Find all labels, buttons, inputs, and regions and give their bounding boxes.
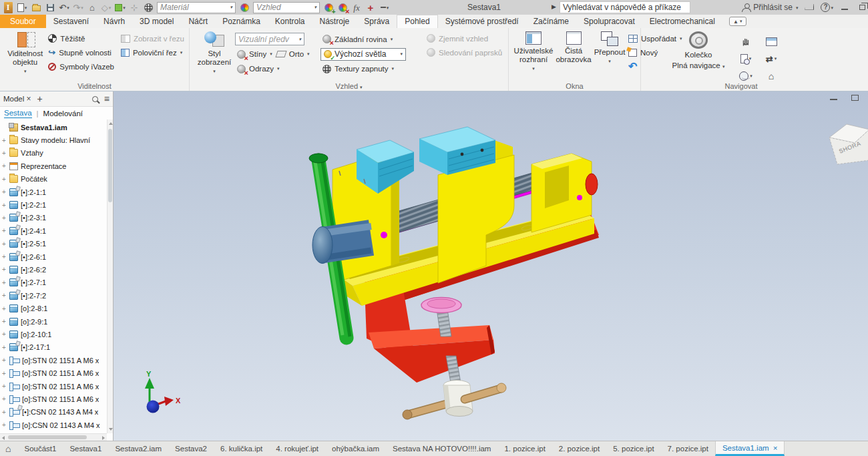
browser-horizontal-scrollbar[interactable]	[0, 433, 107, 441]
browser-vertical-scrollbar[interactable]	[107, 120, 113, 433]
tree-item[interactable]: +[o]:STN 02 1151 A M6 x	[2, 367, 113, 379]
expand-icon[interactable]: +	[2, 421, 9, 429]
tree-item[interactable]: +[o]:STN 02 1151 A M6 x	[2, 393, 113, 405]
expand-icon[interactable]: +	[2, 409, 9, 416]
orbit-button[interactable]: ▾	[739, 71, 752, 81]
close-icon[interactable]: ×	[773, 444, 778, 452]
tab-soubor[interactable]: Soubor	[0, 15, 46, 28]
tree-item[interactable]: +Vztahy	[2, 147, 113, 160]
expand-icon[interactable]: +	[2, 266, 9, 273]
zoom-all-button[interactable]: ⇄▾	[766, 54, 777, 64]
doc-tab[interactable]: 6. kulička.ipt	[214, 441, 269, 456]
close-icon[interactable]: ×	[27, 94, 31, 103]
visual-preset-combo[interactable]: Vizuální předv▾	[235, 33, 304, 45]
group-label-vzhled[interactable]: Vzhled ▾	[190, 82, 508, 90]
restore-button[interactable]	[856, 1, 867, 13]
home-button[interactable]: ⌂	[87, 1, 97, 13]
minimize-button[interactable]	[839, 1, 850, 13]
tree-item[interactable]: +[•]:2-1:1	[2, 186, 113, 198]
undo-button[interactable]: ↶▾	[59, 1, 69, 13]
expand-icon[interactable]: +	[2, 383, 9, 390]
expand-icon[interactable]: +	[2, 188, 9, 196]
clean-screen-button[interactable]: Čistá obrazovka	[554, 30, 593, 81]
tab-zaciname[interactable]: Začínáme	[526, 15, 576, 28]
tree-item[interactable]: +[•]:2-6:2	[2, 263, 113, 276]
subtab-sestava[interactable]: Sestava	[4, 109, 32, 118]
tab-pohled[interactable]: Pohled	[397, 15, 437, 28]
tree-item[interactable]: +[o]:2-10:1	[2, 328, 113, 340]
customize-toolbar-button[interactable]: ▾	[379, 1, 390, 13]
expand-icon[interactable]: +	[2, 330, 9, 338]
expand-icon[interactable]: +	[2, 176, 9, 183]
switch-windows-button[interactable]: Přepnout▾	[593, 30, 626, 81]
search-icon[interactable]	[92, 96, 98, 102]
expand-icon[interactable]: +	[2, 357, 9, 364]
tab-electromechanical[interactable]: Electromechanical	[642, 15, 722, 28]
tree-item-root[interactable]: Sestava1.iam	[2, 121, 113, 134]
expand-icon[interactable]: +	[2, 227, 9, 234]
tab-nastroje[interactable]: Nástroje	[312, 15, 357, 28]
tree-item[interactable]: +[•]:2-7:1	[2, 276, 113, 289]
reflections-button[interactable]: Odrazy▾	[235, 62, 282, 76]
appearance-combo[interactable]: Vzhled▾	[253, 2, 320, 13]
search-flyout-arrow[interactable]: ▶	[552, 3, 556, 10]
doc-restore-button[interactable]	[851, 95, 859, 101]
half-section-button[interactable]: Poloviční řez▾	[119, 45, 186, 59]
doc-tab[interactable]: 7. pozice.ipt	[661, 441, 715, 456]
expand-icon[interactable]: +	[2, 253, 9, 260]
clear-appearance-icon[interactable]	[337, 1, 348, 13]
render-icon[interactable]	[143, 1, 154, 13]
doc-tab[interactable]: Součást1	[17, 441, 63, 456]
new-file-button[interactable]: ▾	[17, 1, 27, 13]
doc-tab[interactable]: Sestava2.iam	[108, 441, 168, 456]
doc-tab[interactable]: 5. pozice.ipt	[606, 441, 660, 456]
tab-3d-model[interactable]: 3D model	[132, 15, 181, 28]
user-interface-button[interactable]: Uživatelské rozhraní▾	[513, 30, 554, 81]
tree-item[interactable]: +[•]:2-5:1	[2, 238, 113, 250]
expand-icon[interactable]: +	[2, 202, 9, 209]
ray-tracing-button[interactable]: Sledování paprsků	[425, 45, 504, 59]
tree-item[interactable]: +[•]:CSN 02 1143 A M4 x	[2, 406, 113, 419]
tree-item[interactable]: +[•]:2-7:2	[2, 289, 113, 302]
sign-in-button[interactable]: Přihlásit se▾	[742, 1, 798, 13]
doc-tab[interactable]: Sestava NA HOTOVO!!!!.iam	[386, 441, 497, 456]
zoom-window-button[interactable]	[766, 37, 777, 46]
tab-systemove-prostredi[interactable]: Systémové prostředí	[438, 15, 526, 28]
expand-icon[interactable]: +	[2, 150, 9, 157]
expand-icon[interactable]: +	[2, 162, 9, 170]
add-appearance-icon[interactable]	[323, 1, 334, 13]
parameters-fx-button[interactable]: fx	[351, 1, 362, 13]
expand-icon[interactable]: +	[2, 137, 9, 144]
textures-button[interactable]: Textury zapnuty▾	[320, 62, 396, 76]
home-tab-icon[interactable]: ⌂	[5, 443, 11, 454]
centroid-button[interactable]: Těžiště	[46, 31, 116, 45]
measure-icon[interactable]: ⊹	[129, 1, 140, 13]
browser-tab-model[interactable]: Model ×	[3, 94, 31, 103]
app-logo-icon[interactable]: I	[3, 1, 13, 13]
app-store-cart-icon[interactable]	[804, 1, 815, 13]
subtab-modelovani[interactable]: Modelování	[43, 109, 83, 118]
dof-button[interactable]: ↪Stupně volnosti	[46, 45, 116, 59]
export-button[interactable]: ▾	[115, 1, 126, 13]
default-lights-combo[interactable]: Výchozí světla▾	[320, 48, 406, 61]
expand-icon[interactable]: +	[2, 395, 9, 403]
shadows-button[interactable]: Stíny▾	[235, 47, 274, 61]
3d-scene[interactable]: Y X SHORA	[114, 91, 868, 441]
expand-icon[interactable]: +	[2, 214, 9, 222]
freeform-icon[interactable]: ◇▾	[101, 1, 112, 13]
tree-item[interactable]: +[o]:STN 02 1151 A M6 x	[2, 380, 113, 393]
pan-hand-button[interactable]	[740, 36, 751, 47]
ground-plane-button[interactable]: Základní rovina▾	[320, 32, 395, 46]
doc-tab[interactable]: ohýbačka.iam	[325, 441, 386, 456]
expand-icon[interactable]: +	[2, 279, 9, 286]
measure-plus-button[interactable]: +	[365, 1, 376, 13]
doc-tab[interactable]: 4. rokujeť.ipt	[269, 441, 325, 456]
doc-tab[interactable]: Sestava2	[168, 441, 214, 456]
tree-item[interactable]: +Reprezentace	[2, 160, 113, 172]
tree-item[interactable]: +[o]:STN 02 1151 A M6 x	[2, 354, 113, 367]
tree-item[interactable]: +Počátek	[2, 173, 113, 186]
doc-tab[interactable]: 1. pozice.ipt	[497, 441, 552, 456]
help-button[interactable]: ?▾	[821, 1, 833, 13]
tab-nacrt[interactable]: Náčrt	[181, 15, 215, 28]
doc-tab[interactable]: 2. pozice.ipt	[552, 441, 606, 456]
